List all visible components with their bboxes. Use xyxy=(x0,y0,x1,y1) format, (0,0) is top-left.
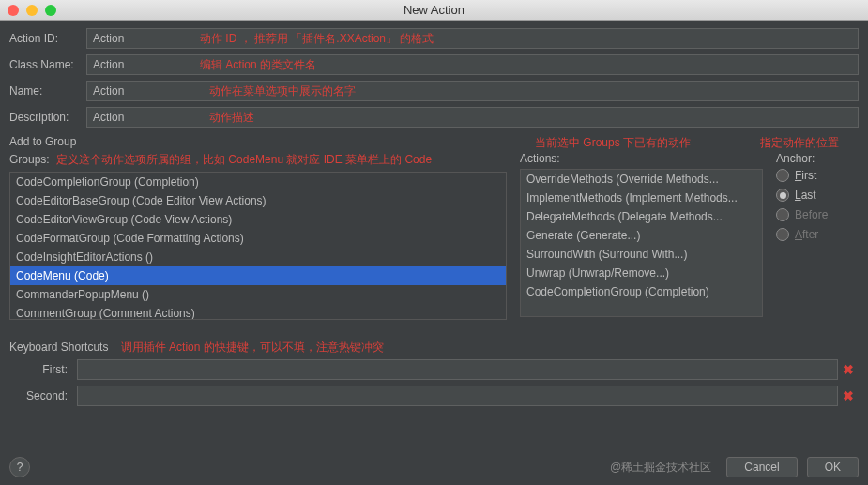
radio-icon xyxy=(776,169,789,182)
group-item[interactable]: CommanderPopupMenu () xyxy=(10,285,506,304)
add-to-group-title: Add to Group xyxy=(9,135,859,148)
name-label: Name: xyxy=(9,84,86,98)
description-label: Description: xyxy=(9,111,86,124)
shortcut-first-clear-icon[interactable]: ✖ xyxy=(838,362,859,377)
radio-icon xyxy=(776,208,789,221)
watermark: @稀土掘金技术社区 xyxy=(610,460,711,476)
anchor-first[interactable]: First xyxy=(776,169,859,182)
group-item[interactable]: CodeInsightEditorActions () xyxy=(10,248,506,266)
name-note: 动作在菜单选项中展示的名字 xyxy=(209,83,356,99)
shortcuts-note: 调用插件 Action 的快捷键，可以不填，注意热键冲突 xyxy=(121,341,384,354)
anchor-label: Anchor: xyxy=(776,152,859,165)
shortcut-second-input[interactable] xyxy=(77,386,838,406)
group-item[interactable]: CodeMenu (Code) xyxy=(10,266,506,285)
action-item[interactable]: Generate (Generate...) xyxy=(521,226,762,245)
shortcut-second-clear-icon[interactable]: ✖ xyxy=(838,388,859,403)
anchor-label-after: After xyxy=(795,228,818,241)
shortcut-first-input[interactable] xyxy=(77,359,838,380)
groups-label: Groups: 定义这个动作选项所属的组，比如 CodeMenu 就对应 IDE… xyxy=(9,152,507,168)
class-name-value: Action xyxy=(93,58,124,71)
anchor-label-last: Last xyxy=(795,189,816,202)
ok-button[interactable]: OK xyxy=(807,457,859,477)
group-item[interactable]: CodeCompletionGroup (Completion) xyxy=(10,173,506,191)
anchor-after: After xyxy=(776,228,859,241)
description-value: Action xyxy=(93,111,124,124)
groups-listbox[interactable]: CodeCompletionGroup (Completion)CodeEdit… xyxy=(9,172,507,320)
name-value: Action xyxy=(93,84,124,98)
help-button[interactable]: ? xyxy=(9,457,30,477)
shortcut-first-label: First: xyxy=(9,363,77,376)
groups-note: 定义这个动作选项所属的组，比如 CodeMenu 就对应 IDE 菜单栏上的 C… xyxy=(56,153,432,166)
group-item[interactable]: CodeEditorViewGroup (Code View Actions) xyxy=(10,210,506,229)
anchor-label-before: Before xyxy=(795,208,828,221)
keyboard-shortcuts-title: Keyboard Shortcuts xyxy=(9,341,108,354)
titlebar: New Action xyxy=(0,0,868,21)
cancel-button[interactable]: Cancel xyxy=(726,457,797,477)
group-item[interactable]: CodeFormatGroup (Code Formatting Actions… xyxy=(10,229,506,248)
anchor-last[interactable]: Last xyxy=(776,189,859,202)
anchor-before: Before xyxy=(776,208,859,221)
class-name-input[interactable]: Action 编辑 Action 的类文件名 xyxy=(86,54,859,75)
action-id-input[interactable]: Action 动作 ID ， 推荐用 「插件名.XXAction」 的格式 xyxy=(86,28,859,49)
window-title: New Action xyxy=(0,3,868,17)
class-name-note: 编辑 Action 的类文件名 xyxy=(200,57,316,73)
group-item[interactable]: CommentGroup (Comment Actions) xyxy=(10,304,506,320)
action-id-label: Action ID: xyxy=(9,32,86,45)
name-input[interactable]: Action 动作在菜单选项中展示的名字 xyxy=(86,81,859,101)
action-item[interactable]: DelegateMethods (Delegate Methods... xyxy=(521,207,762,226)
action-item[interactable]: SurroundWith (Surround With...) xyxy=(521,245,762,264)
actions-listbox[interactable]: OverrideMethods (Override Methods...Impl… xyxy=(520,169,763,317)
description-note: 动作描述 xyxy=(209,110,254,126)
action-id-value: Action xyxy=(93,32,124,45)
shortcut-second-label: Second: xyxy=(9,389,77,402)
radio-icon xyxy=(776,189,789,202)
anchor-label-first: First xyxy=(795,169,816,182)
action-item[interactable]: CodeCompletionGroup (Completion) xyxy=(521,282,762,301)
action-item[interactable]: ImplementMethods (Implement Methods... xyxy=(521,189,762,207)
description-input[interactable]: Action 动作描述 xyxy=(86,107,859,128)
radio-icon xyxy=(776,228,789,241)
class-name-label: Class Name: xyxy=(9,58,86,71)
group-item[interactable]: CodeEditorBaseGroup (Code Editor View Ac… xyxy=(10,191,506,210)
action-item[interactable]: OverrideMethods (Override Methods... xyxy=(521,170,762,189)
action-item[interactable]: Unwrap (Unwrap/Remove...) xyxy=(521,264,762,282)
actions-label: Actions: xyxy=(520,152,763,165)
action-id-note: 动作 ID ， 推荐用 「插件名.XXAction」 的格式 xyxy=(200,31,434,47)
anchor-options: FirstLastBeforeAfter xyxy=(776,169,859,241)
